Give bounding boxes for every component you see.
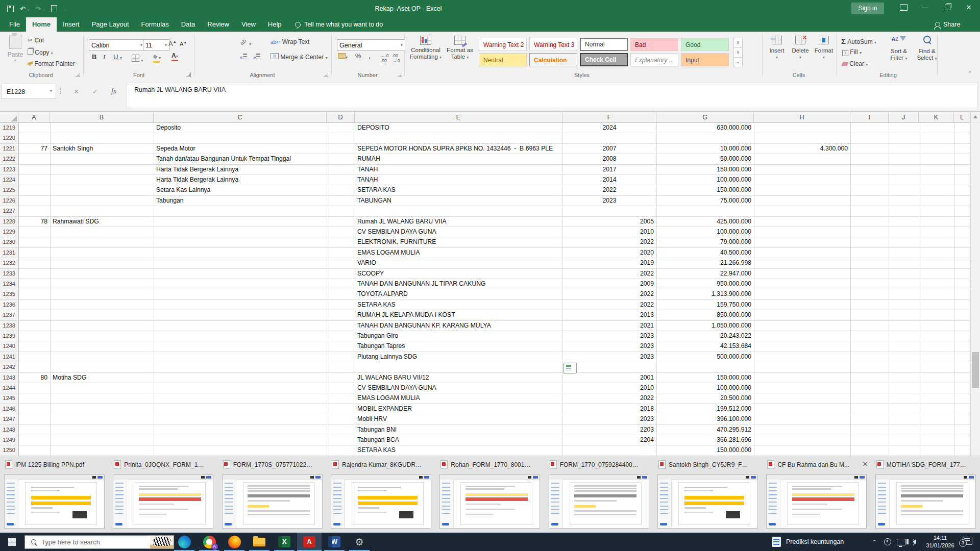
column-header-B[interactable]: B: [50, 112, 154, 122]
format-cells-button[interactable]: Format▾: [813, 36, 835, 61]
cell-G1229[interactable]: 100.000.000: [656, 227, 754, 237]
cell-G1245[interactable]: 20.500.000: [656, 393, 754, 403]
row-header-1235[interactable]: 1235: [0, 289, 18, 299]
preview-tab[interactable]: Rohan_FORM_1770_800138034...: [435, 456, 544, 474]
row-header-1243[interactable]: 1243: [0, 373, 18, 383]
cell-C1221[interactable]: Sepeda Motor: [154, 144, 327, 154]
cell-G1226[interactable]: 75.000.000: [656, 196, 754, 206]
cell-G1237[interactable]: 850.000.000: [656, 310, 754, 320]
cell-G1244[interactable]: 100.000.000: [656, 383, 754, 393]
increase-indent-button[interactable]: »: [253, 54, 260, 60]
wrap-text-button[interactable]: ab↩ Wrap Text: [271, 38, 309, 45]
volume-icon[interactable]: [908, 533, 921, 551]
cell-E1223[interactable]: TANAH: [355, 165, 562, 174]
cell-G1233[interactable]: 22.947.000: [656, 269, 754, 279]
cell-G1231[interactable]: 40.500.000: [656, 248, 754, 258]
tab-home[interactable]: Home: [26, 17, 57, 32]
clear-button[interactable]: Clear ▾: [842, 60, 868, 67]
cell-E1233[interactable]: SCOOPY: [355, 269, 562, 279]
autosum-button[interactable]: Σ AutoSum ▾: [841, 37, 876, 45]
cell-E1240[interactable]: Tabungan Tapres: [355, 341, 562, 351]
column-header-K[interactable]: K: [919, 112, 954, 122]
cell-F1231[interactable]: 2020: [562, 248, 656, 258]
row-header-1240[interactable]: 1240: [0, 341, 18, 351]
window-thumbnail[interactable]: [875, 474, 976, 529]
window-thumbnail[interactable]: [549, 474, 649, 529]
merge-center-button[interactable]: Merge & Center ▾: [271, 53, 327, 61]
window-thumbnail[interactable]: [766, 474, 867, 529]
cell-E1243[interactable]: JL WALANG BARU VII/12: [355, 373, 562, 383]
window-thumbnail[interactable]: [222, 474, 323, 529]
worksheet-grid[interactable]: 1219DepositoDEPOSITO2024630.000.00012201…: [0, 123, 970, 456]
cell-F1249[interactable]: 2204: [562, 435, 656, 445]
cell-G1243[interactable]: 150.000.000: [656, 373, 754, 383]
italic-button[interactable]: I: [103, 53, 105, 61]
borders-button[interactable]: ▾: [132, 55, 143, 63]
row-header-1224[interactable]: 1224: [0, 175, 18, 185]
row-header-1239[interactable]: 1239: [0, 331, 18, 341]
cell-E1247[interactable]: Mobil HRV: [355, 414, 562, 424]
cut-button[interactable]: ✂ Cut: [28, 37, 44, 44]
cell-E1224[interactable]: TANAH: [355, 175, 562, 185]
alignment-dialog-launcher[interactable]: [324, 72, 328, 77]
preview-tab[interactable]: Rajendra Kumar_8KGUDR_FOR...: [327, 456, 435, 474]
font-color-button[interactable]: A▾: [172, 52, 178, 61]
cell-E1219[interactable]: DEPOSITO: [355, 123, 562, 133]
column-header-I[interactable]: I: [850, 112, 889, 122]
cell-E1222[interactable]: RUMAH: [355, 154, 562, 164]
font-name-combo[interactable]: Calibri▾: [89, 39, 145, 51]
cell-C1219[interactable]: Deposito: [154, 123, 327, 133]
cell-F1235[interactable]: 2022: [562, 289, 656, 299]
row-header-1230[interactable]: 1230: [0, 237, 18, 247]
row-header-1236[interactable]: 1236: [0, 300, 18, 310]
cell-G1224[interactable]: 100.000.000: [656, 175, 754, 185]
confirm-entry-button[interactable]: ✓: [92, 84, 98, 99]
cell-E1241[interactable]: Piutang Lainnya SDG: [355, 352, 562, 362]
row-header-1228[interactable]: 1228: [0, 217, 18, 227]
tab-file[interactable]: File: [3, 17, 26, 32]
decrease-indent-button[interactable]: «: [240, 54, 247, 60]
taskbar-explorer-button[interactable]: [247, 533, 272, 551]
increase-decimal-button[interactable]: ←.0.00: [381, 53, 389, 63]
row-header-1247[interactable]: 1247: [0, 414, 18, 424]
clock[interactable]: 14:11 31/01/2026: [922, 534, 959, 549]
column-header-H[interactable]: H: [754, 112, 850, 122]
cell-E1221[interactable]: SEPEDA MOTOR HONDA SUPRA BPKB NO. 143244…: [355, 144, 562, 154]
style-swatch-calculation[interactable]: Calculation: [529, 53, 577, 66]
cell-E1234[interactable]: TANAH DAN BANGUNAN JL TIPAR CAKUNG: [355, 279, 562, 289]
cell-E1244[interactable]: CV SEMBILAN DAYA GUNA: [355, 383, 562, 393]
cell-G1228[interactable]: 425.000.000: [656, 217, 754, 227]
show-hidden-icons-button[interactable]: ⌃: [868, 533, 881, 551]
column-header-E[interactable]: E: [355, 112, 562, 122]
taskbar-search-input[interactable]: Type here to search: [24, 535, 174, 549]
preview-tab[interactable]: IPM 1225 Billing PPN.pdf: [0, 456, 109, 474]
orientation-arrow[interactable]: ▾: [249, 40, 251, 47]
cell-E1225[interactable]: SETARA KAS: [355, 185, 562, 195]
vertical-scrollbar[interactable]: [970, 112, 980, 456]
minimize-button[interactable]: —: [915, 0, 935, 15]
tab-data[interactable]: Data: [175, 17, 201, 32]
cell-G1219[interactable]: 630.000.000: [656, 123, 754, 133]
column-header-D[interactable]: D: [327, 112, 355, 122]
cell-F1236[interactable]: 2022: [562, 300, 656, 310]
gallery-more-icon[interactable]: ⌄: [733, 57, 743, 67]
cell-F1225[interactable]: 2022: [562, 185, 656, 195]
underline-button[interactable]: U ▾: [113, 53, 122, 61]
clipboard-dialog-launcher[interactable]: [76, 72, 80, 77]
cell-G1239[interactable]: 20.243.022: [656, 331, 754, 341]
style-swatch-good[interactable]: Good: [681, 38, 729, 51]
share-button[interactable]: Share: [935, 17, 960, 32]
cell-H1221[interactable]: 4.300.000: [754, 144, 850, 154]
preview-tab[interactable]: MOTIHA SDG_FORM_1770_245...: [871, 456, 980, 474]
window-thumbnail[interactable]: [657, 474, 758, 529]
row-header-1248[interactable]: 1248: [0, 425, 18, 435]
sign-in-button[interactable]: Sign in: [851, 3, 884, 14]
cell-A1243[interactable]: 80: [18, 373, 50, 383]
window-thumbnail[interactable]: [4, 474, 105, 529]
orientation-button[interactable]: ab: [239, 37, 248, 46]
style-swatch-explanatory-[interactable]: Explanatory ...: [630, 53, 678, 66]
name-box-arrow-icon[interactable]: ▾: [47, 84, 55, 99]
row-header-1222[interactable]: 1222: [0, 154, 18, 164]
column-header-C[interactable]: C: [154, 112, 327, 122]
style-swatch-bad[interactable]: Bad: [630, 38, 678, 51]
